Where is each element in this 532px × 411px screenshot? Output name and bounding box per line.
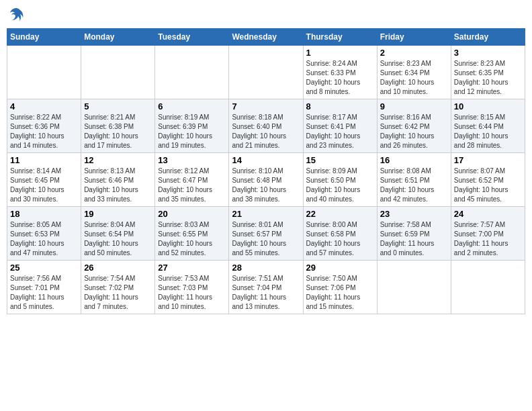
day-number: 7 — [232, 101, 300, 111]
calendar-cell: 27Sunrise: 7:53 AM Sunset: 7:03 PM Dayli… — [155, 261, 229, 314]
day-info: Sunrise: 7:51 AM Sunset: 7:04 PM Dayligh… — [232, 274, 300, 312]
calendar-cell: 10Sunrise: 8:15 AM Sunset: 6:44 PM Dayli… — [451, 99, 525, 153]
calendar-cell — [229, 46, 303, 99]
day-info: Sunrise: 8:13 AM Sunset: 6:46 PM Dayligh… — [84, 167, 152, 204]
day-number: 14 — [232, 155, 300, 165]
day-number: 10 — [454, 101, 522, 111]
calendar-cell: 15Sunrise: 8:09 AM Sunset: 6:50 PM Dayli… — [303, 153, 377, 207]
day-number: 20 — [158, 209, 226, 219]
day-info: Sunrise: 8:24 AM Sunset: 6:33 PM Dayligh… — [306, 59, 374, 97]
day-info: Sunrise: 8:16 AM Sunset: 6:42 PM Dayligh… — [380, 113, 448, 150]
day-info: Sunrise: 7:58 AM Sunset: 6:59 PM Dayligh… — [380, 220, 448, 258]
day-number: 18 — [10, 209, 78, 219]
calendar-cell: 8Sunrise: 8:17 AM Sunset: 6:41 PM Daylig… — [303, 99, 377, 153]
day-info: Sunrise: 8:23 AM Sunset: 6:35 PM Dayligh… — [454, 59, 522, 97]
calendar-cell: 14Sunrise: 8:10 AM Sunset: 6:48 PM Dayli… — [229, 153, 303, 207]
logo-icon — [8, 7, 24, 23]
day-header-thursday: Thursday — [303, 29, 377, 46]
calendar-cell: 28Sunrise: 7:51 AM Sunset: 7:04 PM Dayli… — [229, 261, 303, 314]
calendar-cell: 21Sunrise: 8:01 AM Sunset: 6:57 PM Dayli… — [229, 207, 303, 261]
day-info: Sunrise: 8:10 AM Sunset: 6:48 PM Dayligh… — [232, 167, 300, 204]
day-number: 21 — [232, 209, 300, 219]
day-number: 19 — [84, 209, 152, 219]
day-number: 9 — [380, 101, 448, 111]
day-info: Sunrise: 7:57 AM Sunset: 7:00 PM Dayligh… — [454, 220, 522, 258]
day-number: 5 — [84, 101, 152, 111]
calendar-cell: 22Sunrise: 8:00 AM Sunset: 6:58 PM Dayli… — [303, 207, 377, 261]
day-info: Sunrise: 8:01 AM Sunset: 6:57 PM Dayligh… — [232, 220, 300, 258]
day-info: Sunrise: 8:19 AM Sunset: 6:39 PM Dayligh… — [158, 113, 226, 150]
calendar-cell: 17Sunrise: 8:07 AM Sunset: 6:52 PM Dayli… — [451, 153, 525, 207]
day-number: 4 — [10, 101, 78, 111]
day-number: 28 — [232, 263, 300, 273]
day-info: Sunrise: 8:23 AM Sunset: 6:34 PM Dayligh… — [380, 59, 448, 97]
day-info: Sunrise: 8:15 AM Sunset: 6:44 PM Dayligh… — [454, 113, 522, 150]
calendar-cell — [7, 46, 81, 99]
calendar-cell: 25Sunrise: 7:56 AM Sunset: 7:01 PM Dayli… — [7, 261, 81, 314]
calendar-cell: 24Sunrise: 7:57 AM Sunset: 7:00 PM Dayli… — [451, 207, 525, 261]
calendar-table: SundayMondayTuesdayWednesdayThursdayFrid… — [7, 28, 525, 314]
day-info: Sunrise: 8:05 AM Sunset: 6:53 PM Dayligh… — [10, 220, 78, 258]
day-info: Sunrise: 8:07 AM Sunset: 6:52 PM Dayligh… — [454, 167, 522, 204]
calendar-cell: 20Sunrise: 8:03 AM Sunset: 6:55 PM Dayli… — [155, 207, 229, 261]
calendar-cell: 18Sunrise: 8:05 AM Sunset: 6:53 PM Dayli… — [7, 207, 81, 261]
calendar-cell — [155, 46, 229, 99]
day-number: 15 — [306, 155, 374, 165]
day-info: Sunrise: 7:50 AM Sunset: 7:06 PM Dayligh… — [306, 274, 374, 312]
day-info: Sunrise: 8:22 AM Sunset: 6:36 PM Dayligh… — [10, 113, 78, 150]
day-info: Sunrise: 8:04 AM Sunset: 6:54 PM Dayligh… — [84, 220, 152, 258]
calendar-cell: 2Sunrise: 8:23 AM Sunset: 6:34 PM Daylig… — [377, 46, 451, 99]
day-info: Sunrise: 8:00 AM Sunset: 6:58 PM Dayligh… — [306, 220, 374, 258]
day-number: 23 — [380, 209, 448, 219]
calendar-cell: 6Sunrise: 8:19 AM Sunset: 6:39 PM Daylig… — [155, 99, 229, 153]
day-header-monday: Monday — [81, 29, 155, 46]
calendar-cell: 7Sunrise: 8:18 AM Sunset: 6:40 PM Daylig… — [229, 99, 303, 153]
day-info: Sunrise: 8:12 AM Sunset: 6:47 PM Dayligh… — [158, 167, 226, 204]
day-header-saturday: Saturday — [451, 29, 525, 46]
calendar-cell — [81, 46, 155, 99]
calendar-cell: 9Sunrise: 8:16 AM Sunset: 6:42 PM Daylig… — [377, 99, 451, 153]
calendar-cell: 19Sunrise: 8:04 AM Sunset: 6:54 PM Dayli… — [81, 207, 155, 261]
calendar-cell: 4Sunrise: 8:22 AM Sunset: 6:36 PM Daylig… — [7, 99, 81, 153]
day-number: 24 — [454, 209, 522, 219]
calendar-header: SundayMondayTuesdayWednesdayThursdayFrid… — [7, 29, 525, 46]
day-number: 2 — [380, 48, 448, 58]
day-number: 6 — [158, 101, 226, 111]
day-info: Sunrise: 8:03 AM Sunset: 6:55 PM Dayligh… — [158, 220, 226, 258]
calendar-cell: 13Sunrise: 8:12 AM Sunset: 6:47 PM Dayli… — [155, 153, 229, 207]
day-number: 29 — [306, 263, 374, 273]
day-info: Sunrise: 7:56 AM Sunset: 7:01 PM Dayligh… — [10, 274, 78, 312]
day-info: Sunrise: 8:17 AM Sunset: 6:41 PM Dayligh… — [306, 113, 374, 150]
page-header — [7, 7, 525, 23]
day-number: 16 — [380, 155, 448, 165]
calendar-cell: 23Sunrise: 7:58 AM Sunset: 6:59 PM Dayli… — [377, 207, 451, 261]
day-number: 17 — [454, 155, 522, 165]
day-number: 26 — [84, 263, 152, 273]
calendar-cell: 26Sunrise: 7:54 AM Sunset: 7:02 PM Dayli… — [81, 261, 155, 314]
day-number: 25 — [10, 263, 78, 273]
day-info: Sunrise: 7:54 AM Sunset: 7:02 PM Dayligh… — [84, 274, 152, 312]
day-info: Sunrise: 8:21 AM Sunset: 6:38 PM Dayligh… — [84, 113, 152, 150]
calendar-cell: 5Sunrise: 8:21 AM Sunset: 6:38 PM Daylig… — [81, 99, 155, 153]
day-info: Sunrise: 8:08 AM Sunset: 6:51 PM Dayligh… — [380, 167, 448, 204]
day-number: 3 — [454, 48, 522, 58]
day-number: 22 — [306, 209, 374, 219]
day-number: 27 — [158, 263, 226, 273]
logo — [7, 7, 24, 23]
day-info: Sunrise: 8:09 AM Sunset: 6:50 PM Dayligh… — [306, 167, 374, 204]
day-header-wednesday: Wednesday — [229, 29, 303, 46]
day-number: 11 — [10, 155, 78, 165]
day-info: Sunrise: 8:14 AM Sunset: 6:45 PM Dayligh… — [10, 167, 78, 204]
day-header-friday: Friday — [377, 29, 451, 46]
day-number: 13 — [158, 155, 226, 165]
day-number: 1 — [306, 48, 374, 58]
day-number: 8 — [306, 101, 374, 111]
day-header-sunday: Sunday — [7, 29, 81, 46]
calendar-cell: 1Sunrise: 8:24 AM Sunset: 6:33 PM Daylig… — [303, 46, 377, 99]
calendar-cell — [377, 261, 451, 314]
day-header-tuesday: Tuesday — [155, 29, 229, 46]
day-info: Sunrise: 8:18 AM Sunset: 6:40 PM Dayligh… — [232, 113, 300, 150]
calendar-cell: 11Sunrise: 8:14 AM Sunset: 6:45 PM Dayli… — [7, 153, 81, 207]
day-info: Sunrise: 7:53 AM Sunset: 7:03 PM Dayligh… — [158, 274, 226, 312]
calendar-cell: 12Sunrise: 8:13 AM Sunset: 6:46 PM Dayli… — [81, 153, 155, 207]
